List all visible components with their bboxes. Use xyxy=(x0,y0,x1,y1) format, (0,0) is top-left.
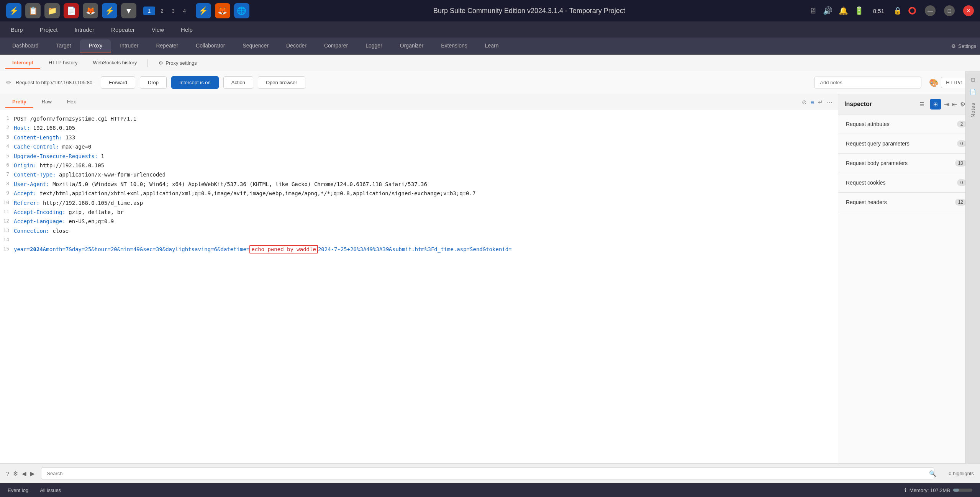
settings-button[interactable]: ⚙ Settings xyxy=(951,43,976,49)
inspector-section-header-req-query[interactable]: Request query parameters 0 ▾ xyxy=(838,134,980,153)
code-line-4: 4 Cache-Control: max-age=0 xyxy=(0,142,838,151)
tab-learn[interactable]: Learn xyxy=(477,39,507,52)
power-icon: ⭕ xyxy=(908,7,916,15)
settings-bottom-icon[interactable]: ⚙ xyxy=(13,470,18,477)
request-label: Request to http://192.168.0.105:80 xyxy=(16,80,92,85)
tab-decoder[interactable]: Decoder xyxy=(278,39,315,52)
prev-icon[interactable]: ◀ xyxy=(22,470,26,477)
code-line-8: 8 User-Agent: Mozilla/5.0 (Windows NT 10… xyxy=(0,180,838,189)
taskbar-icon-5[interactable]: ⚡ xyxy=(102,3,117,18)
action-button[interactable]: Action xyxy=(223,76,253,89)
subtab-http-history[interactable]: HTTP history xyxy=(42,57,85,69)
tab-num-2[interactable]: 2 xyxy=(157,7,166,15)
add-notes-input[interactable] xyxy=(814,77,921,88)
inspector-section-header-req-cookies[interactable]: Request cookies 0 ▾ xyxy=(838,173,980,192)
inspector-badge-req-query: 0 xyxy=(957,140,966,147)
search-icon: 🔍 xyxy=(929,470,936,477)
menu-project[interactable]: Project xyxy=(37,25,61,34)
tab-repeater[interactable]: Repeater xyxy=(147,39,187,52)
browser-icon[interactable]: 🌐 xyxy=(234,3,249,18)
tab-comparer[interactable]: Comparer xyxy=(316,39,356,52)
open-browser-button[interactable]: Open browser xyxy=(258,76,305,89)
intercept-on-button[interactable]: Intercept is on xyxy=(171,76,219,89)
code-area[interactable]: 1 POST /goform/form2systime.cgi HTTP/1.1… xyxy=(0,110,838,463)
no-format-icon[interactable]: ⊘ xyxy=(802,99,807,106)
tab-proxy[interactable]: Proxy xyxy=(80,39,111,52)
menu-help[interactable]: Help xyxy=(178,25,196,34)
bottom-bar: ? ⚙ ◀ ▶ 🔍 0 highlights xyxy=(0,463,980,483)
wrap-icon[interactable]: ≡ xyxy=(811,99,814,105)
proxy-settings-button[interactable]: ⚙ Proxy settings xyxy=(152,57,204,69)
lightning-icon[interactable]: ⚡ xyxy=(196,3,211,18)
view-tabs: Pretty Raw Hex ⊘ ≡ ↵ ⋯ xyxy=(0,94,838,110)
next-icon[interactable]: ▶ xyxy=(30,470,35,477)
side-icon-2[interactable]: 📄 xyxy=(967,94,978,97)
more-icon[interactable]: ⋯ xyxy=(827,99,833,106)
inspector-pane: Inspector ☰ ⊞ ⇥ ⇤ ⚙ ✕ Request attributes… xyxy=(838,94,980,463)
maximize-button[interactable]: □ xyxy=(944,5,955,16)
tab-collaborator[interactable]: Collaborator xyxy=(187,39,233,52)
notes-vertical-label[interactable]: Notes xyxy=(970,99,976,121)
inspector-section-header-req-attrs[interactable]: Request attributes 2 ▾ xyxy=(838,114,980,134)
menu-intruder[interactable]: Intruder xyxy=(71,25,97,34)
inspector-section-header-req-body[interactable]: Request body parameters 10 ▾ xyxy=(838,154,980,173)
drop-button[interactable]: Drop xyxy=(140,76,167,89)
memory-label: Memory: 107.2MB xyxy=(910,487,950,493)
taskbar-icon-3[interactable]: 📄 xyxy=(64,3,79,18)
code-line-9: 9 Accept: text/html,application/xhtml+xm… xyxy=(0,189,838,198)
inspector-label-req-body: Request body parameters xyxy=(846,160,955,166)
inspector-align-icon[interactable]: ⇥ xyxy=(944,101,949,108)
taskbar-icon-6[interactable]: ▼ xyxy=(121,3,136,18)
tab-num-1[interactable]: 1 xyxy=(143,7,155,15)
tab-dashboard[interactable]: Dashboard xyxy=(4,39,47,52)
inspector-section-req-cookies: Request cookies 0 ▾ xyxy=(838,173,980,193)
search-input[interactable] xyxy=(41,468,934,479)
indent-icon[interactable]: ↵ xyxy=(818,99,823,106)
tab-num-4[interactable]: 4 xyxy=(180,7,189,15)
forward-button[interactable]: Forward xyxy=(101,76,135,89)
inspector-collapse-icon[interactable]: ⇤ xyxy=(952,101,957,108)
tab-extensions[interactable]: Extensions xyxy=(433,39,475,52)
code-line-10: 10 Referer: http://192.168.0.105/d_time.… xyxy=(0,198,838,208)
subtab-intercept[interactable]: Intercept xyxy=(5,57,40,69)
inspector-list-view-icon[interactable]: ☰ xyxy=(916,99,927,110)
code-line-2: 2 Host: 192.168.0.105 xyxy=(0,123,838,132)
editor-pane: Pretty Raw Hex ⊘ ≡ ↵ ⋯ 1 POST /goform/fo… xyxy=(0,94,838,463)
event-log-link[interactable]: Event log xyxy=(8,487,28,493)
view-tab-hex[interactable]: Hex xyxy=(60,96,83,108)
firefox-icon[interactable]: 🦊 xyxy=(215,3,230,18)
inspector-grid-view-icon[interactable]: ⊞ xyxy=(930,99,941,110)
inspector-section-req-query: Request query parameters 0 ▾ xyxy=(838,134,980,154)
taskbar-icon-4[interactable]: 🦊 xyxy=(83,3,98,18)
tab-intruder[interactable]: Intruder xyxy=(111,39,147,52)
menu-view[interactable]: View xyxy=(149,25,167,34)
tab-num-3[interactable]: 3 xyxy=(169,7,177,15)
code-line-14: 14 xyxy=(0,235,838,245)
tab-logger[interactable]: Logger xyxy=(357,39,391,52)
all-issues-link[interactable]: All issues xyxy=(40,487,61,493)
tab-organizer[interactable]: Organizer xyxy=(392,39,432,52)
view-tab-pretty[interactable]: Pretty xyxy=(5,96,33,108)
inspector-label-req-cookies: Request cookies xyxy=(846,180,957,186)
inspector-section-header-req-headers[interactable]: Request headers 12 ▾ xyxy=(838,193,980,212)
tab-target[interactable]: Target xyxy=(48,39,80,52)
menu-repeater[interactable]: Repeater xyxy=(108,25,138,34)
memory-fill xyxy=(953,489,959,492)
titlebar: ⚡ 📋 📁 📄 🦊 ⚡ ▼ 1 2 3 4 ⚡ 🦊 🌐 Burp Suite C… xyxy=(0,0,980,21)
inspector-badge-req-headers: 12 xyxy=(955,199,966,206)
view-tab-raw[interactable]: Raw xyxy=(35,96,59,108)
taskbar-icon-1[interactable]: 📋 xyxy=(25,3,41,18)
tab-sequencer[interactable]: Sequencer xyxy=(234,39,277,52)
right-side-panel: ⊟ 📄 Notes xyxy=(965,94,980,463)
menu-burp[interactable]: Burp xyxy=(8,25,26,34)
inspector-section-req-attrs: Request attributes 2 ▾ xyxy=(838,114,980,134)
settings-icon-small: ⚙ xyxy=(159,60,163,66)
close-button[interactable]: ✕ xyxy=(963,5,974,16)
code-line-11: 11 Accept-Encoding: gzip, deflate, br xyxy=(0,208,838,217)
view-tab-icons: ⊘ ≡ ↵ ⋯ xyxy=(802,99,833,106)
inspector-settings-icon[interactable]: ⚙ xyxy=(960,101,965,108)
subtab-websockets[interactable]: WebSockets history xyxy=(86,57,144,69)
taskbar-icon-2[interactable]: 📁 xyxy=(44,3,60,18)
minimize-button[interactable]: — xyxy=(925,5,936,16)
help-bottom-icon[interactable]: ? xyxy=(6,470,9,477)
